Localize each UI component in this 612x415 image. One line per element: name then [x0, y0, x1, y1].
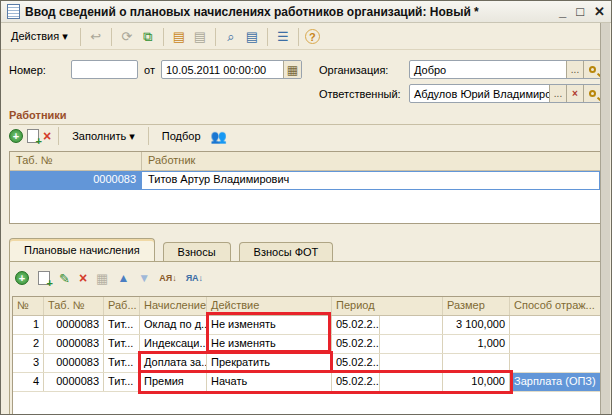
sort-ascending-icon[interactable]: АЯ↓ — [159, 273, 176, 283]
cell-tab-no[interactable]: 0000083 — [44, 373, 104, 391]
cell-period-end[interactable] — [380, 316, 443, 334]
date-input[interactable]: 10.05.2011 00:00:00 ▦ — [161, 60, 302, 79]
cell-period[interactable]: 05.02.2... — [332, 354, 380, 372]
post-document-icon[interactable]: ▤ — [170, 28, 188, 46]
calendar-button[interactable]: ▦ — [283, 61, 301, 78]
document-window: Ввод сведений о плановых начислениях раб… — [0, 0, 612, 415]
edit-row-icon[interactable]: ✎ — [59, 271, 70, 286]
cell-action[interactable]: Начать — [207, 373, 332, 391]
cell-method[interactable] — [510, 316, 600, 334]
column-header-amount: Размер — [443, 297, 510, 315]
cell-method-selected[interactable]: Зарплата (ОПЗ) — [510, 373, 600, 391]
cell-amount[interactable] — [443, 354, 510, 372]
responsible-ellipsis-button[interactable]: ... — [549, 85, 566, 102]
column-header-tab-no: Таб. № — [44, 297, 104, 315]
cell-tab-no[interactable]: 0000083 — [44, 335, 104, 353]
table-row[interactable]: 2 0000083 Тит... Индексаци... Не изменят… — [13, 335, 600, 354]
cell-employee-name[interactable]: Титов Артур Владимирович — [142, 171, 600, 190]
add-row-icon[interactable]: + — [9, 129, 23, 143]
help-icon[interactable]: ? — [305, 29, 320, 44]
organization-ellipsis-button[interactable]: ... — [566, 61, 583, 78]
cell-action[interactable]: Не изменять — [207, 316, 332, 334]
cell-accrual[interactable]: Премия — [140, 373, 207, 391]
responsible-clear-button[interactable]: × — [566, 85, 583, 102]
actions-menu-button[interactable]: Действия ▾ — [5, 28, 74, 45]
cell-employee[interactable]: Тит... — [104, 335, 140, 353]
delete-row-icon[interactable]: × — [43, 129, 51, 143]
table-row[interactable]: 1 0000083 Тит... Оклад по д... Не изменя… — [13, 316, 600, 335]
find-icon[interactable]: ⌕ — [222, 28, 240, 46]
employees-table: Таб. № Работник 0000083 Титов Артур Влад… — [9, 151, 601, 224]
cell-amount[interactable]: 3 100,000 — [443, 316, 510, 334]
cell-tab-no[interactable]: 0000083 — [10, 171, 142, 190]
sort-descending-icon[interactable]: ЯА↓ — [186, 273, 203, 283]
cell-amount[interactable]: 1,000 — [443, 335, 510, 353]
cell-amount[interactable]: 10,000 — [443, 373, 510, 391]
cell-method[interactable] — [510, 354, 600, 372]
cell-employee[interactable]: Тит... — [104, 373, 140, 391]
organization-open-button[interactable] — [583, 61, 600, 78]
responsible-open-button[interactable] — [583, 85, 600, 102]
table-row[interactable]: 0000083 Титов Артур Владимирович — [10, 171, 600, 190]
table-row[interactable]: 4 0000083 Тит... Премия Начать 05.02.2..… — [13, 373, 600, 392]
close-button[interactable]: ✕ — [594, 2, 605, 22]
cell-period[interactable]: 05.02.2... — [332, 316, 380, 334]
maximize-button[interactable]: □ — [576, 2, 584, 22]
cell-accrual[interactable]: Индексаци... — [140, 335, 207, 353]
cell-action[interactable]: Прекратить — [207, 354, 332, 372]
accruals-table-header: № Таб. № Раб... Начисление Действие Пери… — [13, 297, 600, 316]
responsible-input[interactable]: Абдулов Юрий Владимирович ... × — [409, 84, 601, 103]
copy-row-icon[interactable] — [27, 129, 39, 143]
copy-row-icon[interactable] — [38, 271, 50, 285]
cell-period[interactable]: 05.02.2... — [332, 335, 380, 353]
save-icon[interactable]: ▦ — [96, 271, 108, 286]
cell-accrual[interactable]: Оклад по д... — [140, 316, 207, 334]
tab-contributions-fot[interactable]: Взносы ФОТ — [239, 242, 334, 262]
cell-period-end[interactable] — [380, 335, 443, 353]
tab-planned-accruals[interactable]: Плановые начисления — [9, 238, 155, 262]
cell-number[interactable]: 1 — [13, 316, 44, 334]
move-up-icon[interactable]: ▲ — [117, 271, 129, 285]
add-row-icon[interactable]: + — [15, 271, 29, 285]
number-input[interactable] — [71, 60, 138, 79]
cell-tab-no[interactable]: 0000083 — [44, 354, 104, 372]
accruals-toolbar: + ✎ × ▦ ▲ ▼ АЯ↓ ЯА↓ — [15, 267, 203, 289]
employees-table-header: Таб. № Работник — [10, 152, 600, 171]
minimize-button[interactable]: _ — [559, 2, 566, 22]
cell-number[interactable]: 2 — [13, 335, 44, 353]
copy-new-icon[interactable]: ⧉ — [139, 28, 157, 46]
cell-period[interactable]: 05.02.2... — [332, 373, 380, 391]
report-icon[interactable]: ▤ — [243, 28, 261, 46]
pick-button[interactable]: Подбор — [156, 128, 207, 144]
toolbar-separator — [267, 28, 268, 46]
cell-employee[interactable]: Тит... — [104, 316, 140, 334]
column-header-period: Период — [332, 297, 443, 315]
titlebar[interactable]: Ввод сведений о плановых начислениях раб… — [1, 1, 612, 23]
cell-accrual[interactable]: Доплата за... — [140, 354, 207, 372]
table-row[interactable]: 3 0000083 Тит... Доплата за... Прекратит… — [13, 354, 600, 373]
structure-icon[interactable]: ☰ — [274, 28, 292, 46]
main-toolbar: Действия ▾ ↩ ⟳ ⧉ ▤ ▤ ⌕ ▤ ☰ ? — [1, 24, 602, 50]
cell-number[interactable]: 3 — [13, 354, 44, 372]
cell-employee[interactable]: Тит... — [104, 354, 140, 372]
fill-button[interactable]: Заполнить ▾ — [66, 128, 141, 145]
back-icon[interactable]: ↩ — [87, 28, 105, 46]
cell-action[interactable]: Не изменять — [207, 335, 332, 353]
column-header-method: Способ отраж... — [510, 297, 600, 315]
organization-input[interactable]: Добро ... — [409, 60, 601, 79]
column-header-employee: Раб... — [104, 297, 140, 315]
tab-contributions[interactable]: Взносы — [163, 242, 231, 262]
cell-period-end[interactable] — [380, 373, 443, 391]
cell-number[interactable]: 4 — [13, 373, 44, 391]
delete-row-icon[interactable]: × — [79, 271, 87, 285]
cell-method[interactable] — [510, 335, 600, 353]
cell-tab-no[interactable]: 0000083 — [44, 316, 104, 334]
move-down-icon[interactable]: ▼ — [138, 271, 150, 285]
column-header-accrual: Начисление — [140, 297, 207, 315]
form-scrollbar[interactable] — [600, 23, 610, 415]
unpost-document-icon[interactable]: ▤ — [191, 28, 209, 46]
column-header-tab-no: Таб. № — [10, 152, 142, 170]
number-label: Номер: — [9, 64, 46, 76]
cell-period-end[interactable] — [380, 354, 443, 372]
refresh-icon[interactable]: ⟳ — [118, 28, 136, 46]
